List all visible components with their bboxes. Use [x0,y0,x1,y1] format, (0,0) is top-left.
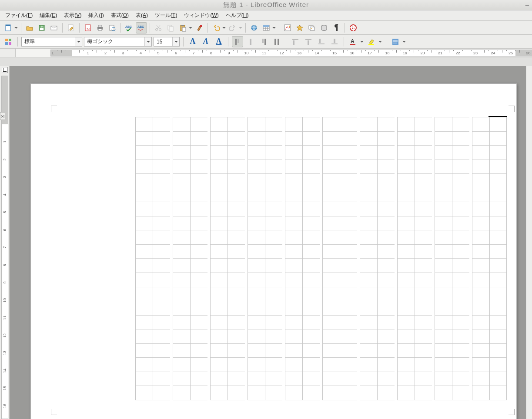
window-minimize-icon[interactable]: – [525,1,529,8]
svg-rect-3 [40,28,43,30]
help-icon[interactable] [348,22,359,33]
print-preview-icon[interactable] [107,22,118,33]
horizontal-ruler[interactable]: 1123456789101112131415161718192021222324… [16,49,532,57]
insert-table-dropdown[interactable] [272,22,276,33]
grid-cell [228,301,245,316]
new-document-dropdown[interactable] [14,22,18,33]
gallery-icon[interactable] [306,22,318,33]
auto-spellcheck-icon[interactable]: ABC [136,22,147,33]
font-size-value[interactable]: 15 [154,39,172,45]
menu-table[interactable]: 表(A) [132,10,151,20]
paste-dropdown[interactable] [188,22,193,33]
grid-cell [435,344,452,358]
font-name-dropdown[interactable] [144,37,151,46]
grid-cell [360,117,377,132]
grid-cell [153,202,170,216]
grid-cell [136,259,153,273]
format-paintbrush-icon[interactable] [194,22,205,33]
grid-cell [303,117,320,132]
grid-cell [285,188,302,203]
page[interactable] [30,83,517,419]
side-panel-toggle-icon[interactable] [0,112,5,120]
grid-column [377,117,395,400]
align-top-right-icon[interactable] [258,36,269,47]
grid-cell [265,358,282,372]
grid-cell [415,259,432,273]
bold-icon[interactable]: A [187,36,198,47]
menu-window[interactable]: ウィンドウ(W) [181,10,222,20]
email-icon[interactable] [48,22,60,33]
data-sources-icon[interactable] [318,22,330,33]
tab-stop-selector[interactable] [2,67,8,73]
text-direction-ttb-icon[interactable] [232,36,243,47]
navigator-icon[interactable] [294,22,305,33]
paste-icon[interactable] [177,22,188,33]
print-icon[interactable] [94,22,106,33]
paragraph-bg-icon[interactable] [390,36,401,47]
font-name-value[interactable]: 梅ゴシック [84,38,144,45]
menu-format[interactable]: 書式(O) [107,10,132,20]
grid-cell [472,358,489,372]
copy-icon[interactable] [165,22,176,33]
redo-dropdown[interactable] [238,22,243,33]
menu-insert[interactable]: 挿入(I) [85,10,107,20]
grid-cell [398,386,415,400]
show-draw-icon[interactable] [282,22,293,33]
styles-window-icon[interactable] [3,36,14,47]
cut-icon[interactable] [153,22,164,33]
paragraph-style-value[interactable]: 標準 [22,38,75,45]
export-pdf-icon[interactable]: PDF [82,22,94,33]
align-top-justify-icon[interactable] [271,36,282,47]
edit-doc-icon[interactable] [65,22,77,33]
vertical-ruler[interactable]: 123456789101112131415161718 [1,76,8,419]
grid-cell [323,146,340,160]
grid-cell [153,316,170,330]
nonprinting-chars-icon[interactable]: ¶ [331,22,342,33]
align-bottom-right-icon[interactable] [316,36,327,47]
font-color-icon[interactable]: A [348,36,359,47]
grid-cell [303,386,320,400]
insert-table-icon[interactable] [261,22,272,33]
hyperlink-icon[interactable] [248,22,260,33]
grid-cell [452,273,469,287]
grid-cell [360,202,377,216]
new-document-icon[interactable] [3,22,14,33]
menu-view[interactable]: 表示(V) [60,10,85,20]
undo-dropdown[interactable] [222,22,226,33]
grid-cell [248,188,265,203]
font-name-combo[interactable]: 梅ゴシック [84,37,152,47]
menu-tools[interactable]: ツール(T) [151,10,181,20]
underline-icon[interactable]: A [213,36,224,47]
undo-icon[interactable] [211,22,222,33]
menu-edit[interactable]: 編集(E) [36,10,60,20]
align-bottom-justify-icon[interactable] [329,36,340,47]
paragraph-bg-dropdown[interactable] [402,36,406,47]
menu-file[interactable]: ファイル(F) [2,10,36,20]
grid-cell [472,230,489,245]
document-canvas[interactable] [10,66,526,419]
align-bottom-center-icon[interactable] [303,36,314,47]
paragraph-style-combo[interactable]: 標準 [21,37,82,47]
redo-icon[interactable] [227,22,238,33]
grid-cell [340,372,357,386]
grid-cell [360,132,377,146]
open-icon[interactable] [24,22,35,33]
grid-cell [248,344,265,358]
grid-cell [265,202,282,216]
spellcheck-icon[interactable]: ABC [124,22,135,33]
grid-cell [435,329,452,344]
align-top-center-icon[interactable] [245,36,256,47]
font-size-dropdown[interactable] [172,37,179,46]
vertical-scrollbar[interactable] [526,66,532,419]
save-icon[interactable] [36,22,47,33]
font-color-dropdown[interactable] [360,36,364,47]
italic-icon[interactable]: A [200,36,211,47]
paragraph-style-dropdown[interactable] [75,37,82,46]
font-size-combo[interactable]: 15 [154,37,180,47]
highlight-icon[interactable] [366,36,377,47]
menu-help[interactable]: ヘルプ(H) [222,10,252,20]
align-bottom-left-icon[interactable] [290,36,301,47]
highlight-dropdown[interactable] [378,36,382,47]
window-titlebar: 無題 1 - LibreOffice Writer – [0,0,532,10]
grid-cell [472,259,489,273]
